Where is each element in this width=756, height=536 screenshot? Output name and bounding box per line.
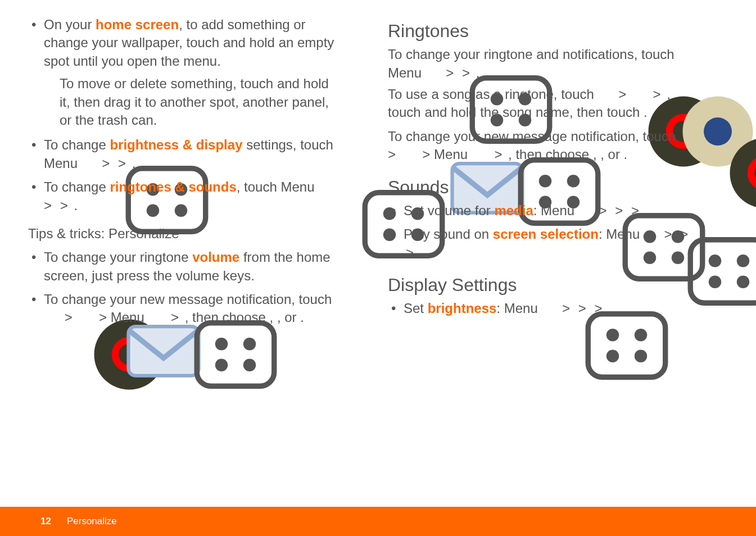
separator: > [165,310,184,325]
messaging-icon [403,149,415,162]
music-icon [633,89,646,102]
text: menu. [180,53,221,69]
highlight: media [494,203,533,218]
separator: > Menu [93,310,150,325]
separator: > [96,156,116,171]
messaging-icon [79,312,92,325]
text: , [270,310,277,325]
page-body: On your home screen, to add something or… [0,0,756,510]
list-item: To change brightness & display settings,… [28,136,343,172]
separator: > [629,203,641,218]
separator: > [58,310,78,325]
separator: > [613,203,629,218]
text: . [300,310,304,325]
list-item: Set brightness: Menu > > > [388,299,703,317]
footer-bar: 12 Personalize [0,507,756,536]
section-name: Personalize [67,516,117,527]
text: , or [277,310,300,325]
display-list: Set brightness: Menu > > > [388,299,703,317]
menu-icon [542,303,555,316]
text: To change your new message notification,… [388,129,680,144]
text: , then choose [185,310,270,325]
separator: > [460,65,476,80]
highlight: home screen [96,17,179,32]
menu-icon [645,229,657,242]
highlight: volume [192,249,239,265]
page-number: 12 [40,516,51,527]
list-item: To change your new message notification,… [28,290,343,327]
list-item: To change your ringtone volume from the … [28,248,343,285]
separator: > [404,245,416,260]
sub-paragraph: To move or delete something, touch and h… [44,75,343,129]
text: : Menu [496,301,541,316]
text: . [644,105,648,120]
list-item: Set volume for media: Menu > > > [388,202,703,220]
separator: > [576,301,592,316]
separator: > [116,156,132,171]
highlight: screen selection [493,226,599,242]
text: To change [44,137,110,152]
separator: > [488,147,508,162]
separator: > [613,87,632,102]
text: Play sound on [404,226,493,242]
text: , then choose [508,147,593,162]
left-column: On your home screen, to add something or… [28,16,343,510]
text: , or [600,147,623,162]
heading-ringtones: Ringtones [388,19,703,43]
text: : Menu [599,226,644,242]
left-list-2: To change your ringtone volume from the … [28,248,343,327]
text: To change [44,179,110,194]
highlight: ringtones & sounds [110,179,236,194]
list-item: Play sound on screen selection: Menu > >… [388,225,703,262]
highlight: brightness [428,301,497,316]
menu-icon [427,67,439,80]
text: , [593,147,600,162]
separator: > [556,301,576,316]
text: Set [404,301,428,316]
text: To change your new message notification,… [44,292,332,307]
text: : Menu [533,203,578,218]
separator: > [658,226,678,242]
sounds-list: Set volume for media: Menu > > > Play so… [388,202,703,262]
text: To change your ringtone [44,249,192,265]
menu-icon [580,205,592,217]
separator: > Menu [417,147,474,162]
menu-icon [319,182,332,194]
text: Set volume for [404,203,494,218]
separator: > [58,198,74,213]
text: . [476,65,480,80]
app-icon [599,89,612,102]
separator: > [440,65,460,80]
separator: > [592,301,604,316]
text: . [624,147,628,162]
highlight: brightness & display [110,137,242,152]
paragraph: To use a song as a ringtone, touch > > ,… [388,85,703,122]
list-item: To change ringtones & sounds, touch Menu… [28,178,343,215]
left-list-1: On your home screen, to add something or… [28,16,343,215]
menu-icon [151,312,164,325]
text: . [132,156,136,171]
menu-icon [83,158,95,170]
text: , touch Menu [237,179,318,194]
text: . [74,198,78,213]
app-icon [45,312,57,325]
text: On your [44,17,96,32]
separator: > [678,226,690,242]
separator: > [647,87,667,102]
list-item: On your home screen, to add something or… [28,16,343,129]
separator: > [593,203,613,218]
text: To use a song as a ringtone, touch [388,87,598,102]
paragraph: To change your ringtone and notification… [388,46,703,82]
app-icon [681,131,693,143]
menu-icon [475,149,487,162]
